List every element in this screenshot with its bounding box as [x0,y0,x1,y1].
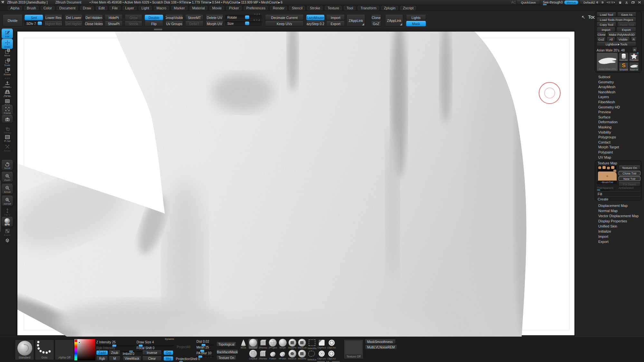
document-canvas[interactable] [17,31,575,336]
brush-cliprect[interactable]: ClipRect [317,339,326,349]
section-morph-target[interactable]: Morph Target [598,145,619,149]
menu-edit[interactable]: Edit [96,6,107,10]
viewmask-button[interactable]: ViewMask [123,356,141,361]
menu-stroke[interactable]: Stroke [307,6,323,10]
menu-light[interactable]: Light [139,6,152,10]
backfacemask-button[interactable]: BackfaceMask [216,350,238,354]
rgb-button[interactable]: Rgb [96,356,108,361]
section-subtool[interactable]: Subtool [598,75,610,79]
tool-goz-button[interactable]: GoZ [597,37,606,42]
color-picker[interactable] [74,339,95,360]
menu-marker[interactable]: Marker [171,6,187,10]
section-display-properties[interactable]: Display Properties [598,219,627,223]
palette-dock-icons[interactable] [606,1,616,4]
texture-texture-on-button[interactable]: Texture On [619,165,640,170]
tool-gyro-icon[interactable] [1,237,13,243]
tool-r-button[interactable]: R [631,37,637,42]
tool-thumb-asian-m[interactable]: Asian M [629,62,639,71]
section-fibermesh[interactable]: FiberMesh [598,100,615,104]
menu-texture[interactable]: Texture [325,6,342,10]
brush-clipcircl[interactable]: ClipCircl [327,339,336,349]
section-layers[interactable]: Layers [598,95,609,99]
brush-move[interactable]: Move [239,339,248,349]
tool-camera-icon[interactable] [1,115,13,123]
masksmoothness-button[interactable]: MaskSmoothness [365,339,396,344]
tool-thumb-cylinder[interactable]: Cylinder [619,52,629,61]
tool-load-tools-from-project-button[interactable]: Load Tools From Project [597,17,636,22]
menu-alpha[interactable]: Alpha [8,6,22,10]
tool-pt-sel[interactable]: Pt Sel [1,134,13,143]
section-geometry[interactable]: Geometry [598,80,614,84]
shelf-zapplink-button[interactable]: ZAppLink [385,15,403,26]
texture-antialiased-button[interactable]: Antialiased [619,186,633,190]
tool-export-button[interactable]: Export [616,27,636,32]
topological-button[interactable]: Topological [216,342,236,347]
shelf-morph-uv-button[interactable]: Morph UV [205,21,223,26]
shelf-double-button[interactable]: Double [145,15,163,20]
shelf-delmt-button[interactable]: DelMT [185,21,204,26]
current-stroke[interactable]: Dots [35,339,54,360]
brush-clipcircl-2[interactable]: ClipCircl [327,350,336,360]
menu-zscript[interactable]: Zscript [400,6,416,10]
tool-scale[interactable]: SScale [1,58,13,67]
shelf-lazystep-0-25-button[interactable]: LazyStep 0.25 [306,21,325,26]
brush-masklas[interactable]: MaskLas [298,339,307,349]
menu-render[interactable]: Render [270,6,287,10]
tool-import-button[interactable]: Import [597,27,615,32]
brush-zremes[interactable]: ZRemes [259,339,268,349]
section-nanomesh[interactable]: NanoMesh [598,90,615,94]
inverse-button[interactable]: Inverse [142,350,162,355]
tool-clone-button[interactable]: Clone [597,32,606,37]
shelf-keep-uvs-button[interactable]: Keep UVs [265,21,304,26]
shelf-storemt-button[interactable]: StoreMT [185,15,204,20]
texture-fix-seam-button[interactable]: Fix Seam [619,182,640,186]
brush-maskpe[interactable]: MaskPe [288,339,297,349]
section-initialize[interactable]: Initialize [598,229,611,233]
see-through-label[interactable]: See-through [543,1,561,4]
section-geometry-hd[interactable]: Geometry HD [598,105,620,109]
menu-brush[interactable]: Brush [24,6,39,10]
shelf-zapplink-button[interactable]: ZAppLink [346,15,365,26]
shelf-shrink-button[interactable]: Shrink [125,21,142,26]
shelf-lower-res-button[interactable]: Lower Res [44,15,62,20]
shelf-lazymouse-button[interactable]: LazyMouse [306,15,325,20]
minimize-icon[interactable] [624,1,629,4]
menu-stencil[interactable]: Stencil [289,6,305,10]
tool-thumb-simpleb[interactable]: SSimpleB [619,62,629,71]
shelf-groupvisible-button[interactable]: GroupVisible [165,15,183,20]
tool-bpr[interactable]: BPRBPR [1,217,13,227]
brush-maskre-2[interactable]: MaskRe [298,350,307,360]
section-visibility[interactable]: Visibility [598,130,611,134]
shelf-flip-button[interactable]: Flip [145,21,163,26]
menu-file[interactable]: File [109,6,120,10]
tool-visible-button[interactable]: Visible [616,37,630,42]
shelf-showpt-button[interactable]: ShowPt [105,21,123,26]
tool-invers[interactable]: Invers [1,228,13,237]
shelf-delete-uv-button[interactable]: Delete UV [205,15,223,20]
tool-save-as-button[interactable]: Save As [617,12,636,17]
divide-button[interactable]: Divide [3,15,23,26]
tool-rotate[interactable]: RRotate [1,67,13,76]
tool-xpose[interactable]: Xpose [1,144,13,152]
tool-move[interactable]: MMove [1,48,13,57]
brush-claybuil-2[interactable]: ClayBuil [249,350,258,360]
shelf-drag-handle[interactable] [154,29,162,30]
texture-on-button[interactable]: Texture On [216,356,236,360]
left-toolbar-scrollbar[interactable] [0,180,1,232]
tool-actual[interactable]: Actual [1,184,13,194]
brush-zremes-2[interactable]: ZRemes [258,350,267,360]
menu-preferences[interactable]: Preferences [244,6,268,10]
tool-draw[interactable]: Draw [1,39,13,49]
zadd-button[interactable]: Zadd [96,350,108,355]
texture-transparent-slider[interactable] [597,190,610,190]
tool-lightbox-tools-button[interactable]: Lightbox►Tools [597,42,636,46]
m-button[interactable]: M [109,356,120,361]
section-deformation[interactable]: Deformation [598,120,618,124]
brush-standar[interactable]: Standar [249,339,258,349]
section-vector-displacement-map[interactable]: Vector Displacement Map [598,214,639,218]
tool-aahalf[interactable]: AAHalf [1,196,13,206]
section-polygroups[interactable]: Polygroups [598,135,616,139]
section-surface[interactable]: Surface [598,115,611,119]
tool-flip-v[interactable]: Flip V [1,208,13,216]
shelf-higher-res-button[interactable]: Higher Res [44,21,62,26]
